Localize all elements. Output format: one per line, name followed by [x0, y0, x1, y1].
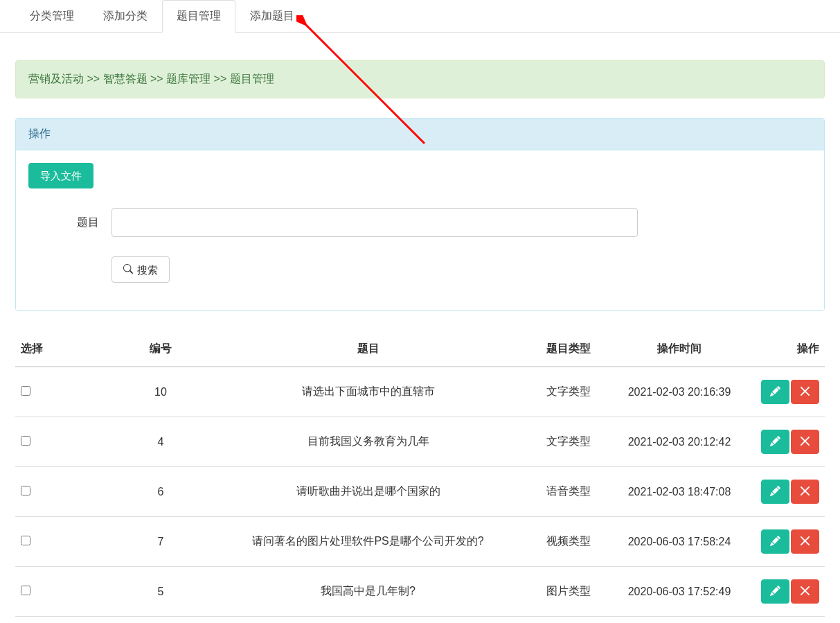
row-type: 视频类型 — [527, 517, 610, 567]
tab-category-add[interactable]: 添加分类 — [89, 0, 162, 33]
tabs-nav: 分类管理 添加分类 题目管理 添加题目 — [0, 0, 840, 33]
row-title: 请选出下面城市中的直辖市 — [209, 367, 527, 417]
search-button[interactable]: 搜索 — [111, 256, 170, 283]
row-checkbox[interactable] — [21, 436, 30, 446]
row-type: 文字类型 — [527, 367, 610, 417]
question-table: 选择 编号 题目 题目类型 操作时间 操作 10请选出下面城市中的直辖市文字类型… — [15, 332, 825, 617]
close-icon — [800, 486, 810, 498]
import-file-button[interactable]: 导入文件 — [28, 163, 93, 188]
row-time: 2021-02-03 20:12:42 — [610, 417, 749, 467]
delete-button[interactable] — [791, 579, 819, 604]
row-checkbox[interactable] — [21, 386, 30, 396]
question-table-wrap: 选择 编号 题目 题目类型 操作时间 操作 10请选出下面城市中的直辖市文字类型… — [0, 332, 840, 617]
row-time: 2021-02-03 20:16:39 — [610, 367, 749, 417]
row-type: 图片类型 — [527, 567, 610, 617]
table-row: 5我国高中是几年制?图片类型2020-06-03 17:52:49 — [15, 567, 825, 617]
edit-button[interactable] — [761, 480, 789, 504]
breadcrumb-item[interactable]: 营销及活动 — [28, 73, 84, 85]
edit-icon — [770, 536, 780, 547]
row-type: 语音类型 — [527, 467, 610, 517]
col-select: 选择 — [15, 332, 112, 367]
close-icon — [800, 536, 810, 547]
tab-category-manage[interactable]: 分类管理 — [15, 0, 89, 33]
row-title: 请听歌曲并说出是哪个国家的 — [209, 467, 527, 517]
breadcrumb-separator: >> — [148, 73, 167, 85]
col-id: 编号 — [112, 332, 209, 367]
table-row: 6请听歌曲并说出是哪个国家的语音类型2021-02-03 18:47:08 — [15, 467, 825, 517]
col-type: 题目类型 — [527, 332, 610, 367]
edit-icon — [770, 586, 780, 597]
row-time: 2020-06-03 17:58:24 — [610, 517, 749, 567]
row-id: 4 — [112, 417, 209, 467]
delete-button[interactable] — [791, 480, 819, 504]
row-time: 2021-02-03 18:47:08 — [610, 467, 749, 517]
delete-button[interactable] — [791, 430, 819, 454]
edit-icon — [770, 386, 780, 398]
edit-button[interactable] — [761, 380, 789, 404]
row-id: 5 — [112, 567, 209, 617]
search-input[interactable] — [111, 208, 638, 237]
row-time: 2020-06-03 17:52:49 — [610, 567, 749, 617]
close-icon — [800, 386, 810, 398]
row-id: 7 — [112, 517, 209, 567]
row-id: 6 — [112, 467, 209, 517]
edit-button[interactable] — [761, 579, 789, 604]
edit-button[interactable] — [761, 430, 789, 454]
breadcrumb-item[interactable]: 智慧答题 — [103, 73, 148, 85]
breadcrumb-separator: >> — [211, 73, 230, 85]
breadcrumb-separator: >> — [84, 73, 103, 85]
edit-icon — [770, 486, 780, 498]
table-row: 4目前我国义务教育为几年文字类型2021-02-03 20:12:42 — [15, 417, 825, 467]
table-row: 10请选出下面城市中的直辖市文字类型2021-02-03 20:16:39 — [15, 367, 825, 417]
search-label: 题目 — [28, 216, 111, 230]
row-id: 10 — [112, 367, 209, 417]
breadcrumb-item: 题目管理 — [230, 73, 274, 85]
row-title: 目前我国义务教育为几年 — [209, 417, 527, 467]
row-type: 文字类型 — [527, 417, 610, 467]
row-checkbox[interactable] — [21, 536, 30, 545]
col-action: 操作 — [749, 332, 825, 367]
row-title: 我国高中是几年制? — [209, 567, 527, 617]
edit-icon — [770, 436, 780, 448]
search-button-label: 搜索 — [137, 265, 158, 275]
panel-title: 操作 — [16, 119, 824, 150]
edit-button[interactable] — [761, 529, 789, 554]
action-panel: 操作 导入文件 题目 搜索 — [15, 118, 825, 311]
tab-question-manage[interactable]: 题目管理 — [162, 0, 235, 33]
row-checkbox[interactable] — [21, 586, 30, 595]
breadcrumb-item[interactable]: 题库管理 — [166, 73, 211, 85]
search-icon — [123, 264, 133, 275]
close-icon — [800, 436, 810, 448]
delete-button[interactable] — [791, 380, 819, 404]
col-time: 操作时间 — [610, 332, 749, 367]
col-title: 题目 — [209, 332, 527, 367]
delete-button[interactable] — [791, 529, 819, 554]
row-title: 请问著名的图片处理软件PS是哪个公司开发的? — [209, 517, 527, 567]
breadcrumb: 营销及活动 >> 智慧答题 >> 题库管理 >> 题目管理 — [15, 60, 825, 98]
close-icon — [800, 586, 810, 597]
tab-question-add[interactable]: 添加题目 — [235, 0, 309, 33]
row-checkbox[interactable] — [21, 486, 30, 495]
table-row: 7请问著名的图片处理软件PS是哪个公司开发的?视频类型2020-06-03 17… — [15, 517, 825, 567]
